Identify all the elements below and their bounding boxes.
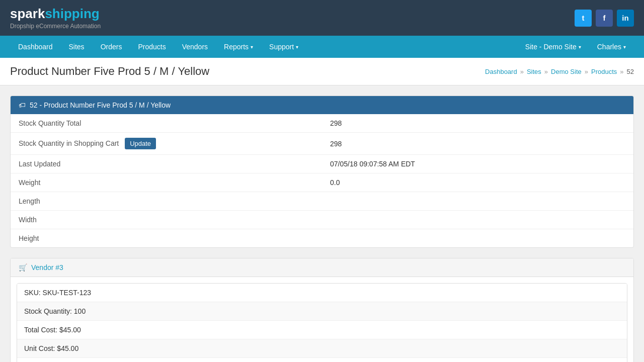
breadcrumb-sep-1: » [520, 68, 524, 75]
twitter-icon[interactable]: t [575, 10, 592, 27]
update-button[interactable]: Update [125, 138, 156, 149]
logo-shipping: shipping [45, 6, 99, 21]
logo-spark: spark [10, 6, 45, 21]
field-value-last-updated: 07/05/18 09:07:58 AM EDT [322, 155, 633, 173]
breadcrumb-dashboard[interactable]: Dashboard [485, 68, 517, 75]
vendor-row-extra-notes: Extra Notes: [17, 358, 627, 362]
breadcrumb-products[interactable]: Products [591, 68, 617, 75]
vendor-row-total-cost: Total Cost: $45.00 [17, 321, 627, 339]
charles-dropdown-arrow: ▾ [623, 44, 626, 50]
vendor-row-sku: SKU: SKU-TEST-123 [17, 284, 627, 302]
cart-icon: 🛒 [19, 263, 27, 272]
field-label-stock-total: Stock Quantity Total [11, 114, 322, 133]
vendor-row-stock-qty: Stock Quantity: 100 [17, 302, 627, 321]
main-nav: Dashboard Sites Orders Products Vendors … [0, 36, 644, 58]
field-label-length: Length [11, 192, 322, 211]
page-title-bar: Product Number Five Prod 5 / M / Yellow … [0, 58, 644, 85]
table-row: Last Updated 07/05/18 09:07:58 AM EDT [11, 155, 633, 173]
table-row: Length [11, 192, 633, 211]
field-value-weight: 0.0 [322, 173, 633, 192]
field-label-height: Height [11, 229, 322, 248]
breadcrumb-sites[interactable]: Sites [527, 68, 541, 75]
nav-orders[interactable]: Orders [93, 36, 130, 58]
breadcrumb-current: 52 [627, 68, 634, 75]
breadcrumb-sep-2: » [544, 68, 548, 75]
logo: sparkshipping Dropship eCommerce Automat… [10, 6, 101, 30]
logo-tagline: Dropship eCommerce Automation [10, 23, 101, 30]
product-card-header: 🏷 52 - Product Number Five Prod 5 / M / … [11, 96, 633, 114]
field-value-width [322, 211, 633, 229]
nav-charles[interactable]: Charles ▾ [589, 36, 634, 58]
support-dropdown-arrow: ▾ [296, 44, 298, 50]
vendor-row-unit-cost: Unit Cost: $45.00 [17, 339, 627, 358]
field-value-stock-cart: 298 [322, 133, 633, 155]
page-title: Product Number Five Prod 5 / M / Yellow [10, 65, 209, 78]
nav-vendors[interactable]: Vendors [174, 36, 216, 58]
top-header: sparkshipping Dropship eCommerce Automat… [0, 0, 644, 36]
field-label-last-updated: Last Updated [11, 155, 322, 173]
field-label-stock-cart: Stock Quantity in Shopping Cart Update [11, 133, 322, 155]
field-label-weight: Weight [11, 173, 322, 192]
vendor-card: 🛒 Vendor #3 SKU: SKU-TEST-123 Stock Quan… [10, 258, 634, 362]
reports-dropdown-arrow: ▾ [251, 44, 253, 50]
tag-icon: 🏷 [19, 101, 26, 109]
vendor-link[interactable]: Vendor #3 [31, 263, 63, 272]
breadcrumb: Dashboard » Sites » Demo Site » Products… [485, 68, 634, 75]
vendor-card-header: 🛒 Vendor #3 [11, 258, 633, 277]
vendor-sub-card: SKU: SKU-TEST-123 Stock Quantity: 100 To… [17, 283, 627, 362]
main-content: 🏷 52 - Product Number Five Prod 5 / M / … [0, 85, 644, 362]
table-row: Height [11, 229, 633, 248]
nav-dashboard[interactable]: Dashboard [10, 36, 61, 58]
nav-reports[interactable]: Reports ▾ [216, 36, 261, 58]
facebook-icon[interactable]: f [596, 10, 613, 27]
table-row: Stock Quantity in Shopping Cart Update 2… [11, 133, 633, 155]
nav-support[interactable]: Support ▾ [261, 36, 306, 58]
field-value-stock-total: 298 [322, 114, 633, 133]
social-icons: t f in [575, 10, 634, 27]
nav-sites[interactable]: Sites [61, 36, 93, 58]
table-row: Width [11, 211, 633, 229]
product-card-title: 52 - Product Number Five Prod 5 / M / Ye… [30, 101, 171, 109]
breadcrumb-demo-site[interactable]: Demo Site [551, 68, 582, 75]
linkedin-icon[interactable]: in [617, 10, 634, 27]
product-card: 🏷 52 - Product Number Five Prod 5 / M / … [10, 96, 634, 248]
site-demo-dropdown-arrow: ▾ [579, 44, 581, 50]
breadcrumb-sep-4: » [620, 68, 623, 75]
nav-left: Dashboard Sites Orders Products Vendors … [10, 36, 517, 58]
table-row: Weight 0.0 [11, 173, 633, 192]
field-value-height [322, 229, 633, 248]
nav-site-demo[interactable]: Site - Demo Site ▾ [517, 36, 589, 58]
field-value-length [322, 192, 633, 211]
nav-right: Site - Demo Site ▾ Charles ▾ [517, 36, 634, 58]
field-label-width: Width [11, 211, 322, 229]
breadcrumb-sep-3: » [585, 68, 588, 75]
product-info-table: Stock Quantity Total 298 Stock Quantity … [11, 114, 633, 247]
table-row: Stock Quantity Total 298 [11, 114, 633, 133]
nav-products[interactable]: Products [130, 36, 174, 58]
